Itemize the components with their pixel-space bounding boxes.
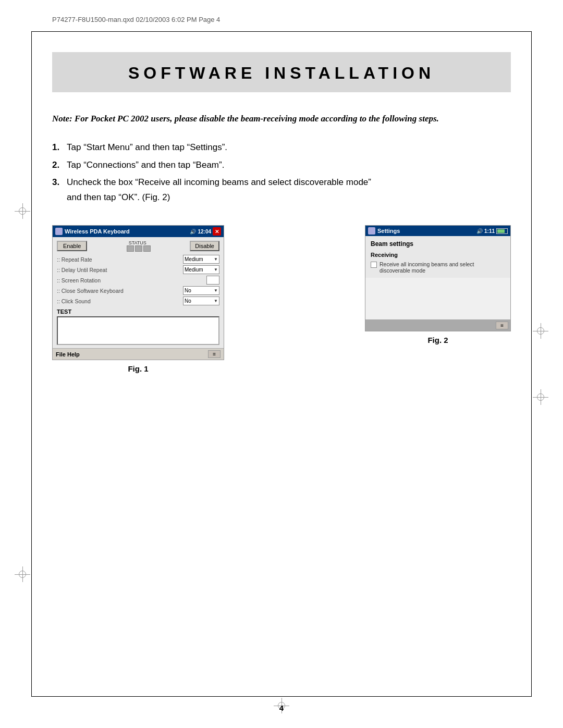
fig1-footer-menu[interactable]: File Help: [56, 351, 80, 357]
steps-list: 1. Tap “Start Menu” and then tap “Settin…: [52, 140, 511, 204]
fig1-titlebar: Wireless PDA Keyboard 🔊 12:04 ✕: [53, 226, 224, 237]
fig1-titlebar-icons: 🔊 12:04 ✕: [190, 227, 221, 236]
fig2-title-text: Settings: [377, 228, 400, 234]
fig1-row-5-label: :: Click Sound: [57, 298, 183, 304]
step-num-3: 3.: [52, 175, 59, 189]
fig1-footer: File Help ≡: [53, 348, 224, 360]
step-num-2: 2.: [52, 158, 59, 172]
fig1-title-text: Wireless PDA Keyboard: [65, 228, 130, 235]
fig1-status-icon-3: [143, 245, 151, 252]
fig1-titlebar-left: Wireless PDA Keyboard: [55, 228, 130, 235]
step-3: 3. Uncheck the box “Receive all incoming…: [52, 175, 511, 189]
registration-mark-right-bottom: [533, 389, 548, 405]
step-text-1: Tap “Start Menu” and then tap “Settings”…: [67, 142, 227, 152]
fig2-footer-btn[interactable]: ≡: [496, 322, 508, 329]
fig1-dropdown-arrow-2: ▼: [214, 267, 218, 272]
page-number: 4: [279, 704, 284, 712]
fig2-time: 1:11: [484, 228, 495, 234]
fig1-row-3-label: :: Screen Rotation: [57, 277, 206, 283]
fig1-row-3: :: Screen Rotation: [57, 276, 219, 285]
fig1-footer-right[interactable]: ≡: [208, 350, 221, 358]
main-content: SOFTWARE INSTALLATION Note: For Pocket P…: [52, 52, 511, 686]
fig1-disable-button[interactable]: Disable: [190, 241, 219, 251]
fig1-dropdown-arrow-1: ▼: [214, 257, 218, 262]
fig1-status-row: Enable STATUS Disable: [57, 240, 219, 252]
fig2-section-title: Beam settings: [371, 240, 505, 248]
fig2-caption: Fig. 2: [427, 336, 448, 344]
figure-1-wrapper: Wireless PDA Keyboard 🔊 12:04 ✕ Enable S…: [52, 225, 224, 373]
fig1-row-3-value[interactable]: [206, 276, 219, 285]
fig1-speaker-icon: 🔊: [190, 229, 196, 235]
fig1-row-4-value-text: No: [185, 288, 191, 293]
fig1-body: Enable STATUS Disable: [53, 237, 224, 348]
fig1-time: 12:04: [198, 229, 211, 235]
title-box: SOFTWARE INSTALLATION: [52, 52, 511, 92]
fig1-app-icon: [55, 228, 63, 235]
fig2-footer: ≡: [365, 319, 510, 331]
fig2-checkbox-row: Receive all incoming beams and select di…: [371, 261, 505, 274]
fig1-row-1-value-text: Medium: [185, 256, 203, 262]
fig1-row-1: :: Repeat Rate Medium ▼: [57, 255, 219, 264]
fig2-checkbox-text: Receive all incoming beams and select di…: [380, 261, 505, 274]
page-border-bottom: [31, 696, 532, 697]
registration-mark-left-top: [15, 203, 30, 219]
fig2-battery-icon: [496, 228, 508, 234]
fig1-status-icon-2: [135, 245, 142, 252]
fig1-dropdown-arrow-4: ▼: [214, 288, 218, 293]
step-1: 1. Tap “Start Menu” and then tap “Settin…: [52, 140, 511, 154]
fig1-row-2-value[interactable]: Medium ▼: [183, 265, 219, 274]
fig1-test-label: TEST: [57, 309, 219, 315]
fig2-speaker-icon: 🔊: [476, 228, 483, 234]
fig1-status-icon-1: [127, 245, 134, 252]
fig1-caption: Fig. 1: [128, 364, 148, 373]
fig1-row-2: :: Delay Until Repeat Medium ▼: [57, 265, 219, 274]
page-border-left: [31, 31, 32, 697]
fig1-row-5-value-text: No: [185, 298, 191, 304]
page-title: SOFTWARE INSTALLATION: [63, 64, 500, 83]
fig2-checkbox[interactable]: [371, 262, 377, 268]
fig1-enable-button[interactable]: Enable: [57, 241, 87, 251]
fig2-titlebar-icons: 🔊 1:11: [476, 228, 508, 234]
fig1-row-1-value[interactable]: Medium ▼: [183, 255, 219, 264]
fig2-receiving-title: Receiving: [371, 252, 505, 258]
fig1-test-box[interactable]: [57, 316, 219, 345]
fig1-row-4: :: Close Software Keyboard No ▼: [57, 286, 219, 295]
step-text-3-cont: and then tap “OK”. (Fig. 2): [67, 192, 170, 202]
fig1-row-5: :: Click Sound No ▼: [57, 297, 219, 305]
page-border-right: [531, 31, 532, 697]
header-meta: P74277-F8U1500-man.qxd 02/10/2003 6:02 P…: [52, 16, 220, 23]
fig2-body: Beam settings Receiving Receive all inco…: [365, 236, 510, 278]
fig1-close-btn[interactable]: ✕: [213, 227, 221, 236]
figure-2-wrapper: Settings 🔊 1:11 Beam settings Receiving …: [365, 225, 511, 344]
step-text-2: Tap “Connections” and then tap “Beam”.: [67, 160, 224, 170]
fig1-row-4-label: :: Close Software Keyboard: [57, 288, 183, 294]
step-text-3: Uncheck the box “Receive all incoming be…: [67, 177, 371, 187]
registration-mark-left-bottom: [15, 566, 30, 582]
fig2-app-icon: [368, 227, 375, 235]
fig1-dropdown-arrow-5: ▼: [214, 299, 218, 303]
fig2-titlebar: Settings 🔊 1:11: [365, 226, 510, 236]
figure-1: Wireless PDA Keyboard 🔊 12:04 ✕ Enable S…: [52, 225, 224, 360]
fig2-spacer: [365, 278, 510, 319]
fig1-row-5-value[interactable]: No ▼: [183, 297, 219, 305]
figure-2: Settings 🔊 1:11 Beam settings Receiving …: [365, 225, 511, 331]
page-border-top: [31, 31, 532, 32]
step-num-1: 1.: [52, 140, 59, 154]
step-3-cont: and then tap “OK”. (Fig. 2): [52, 190, 511, 204]
fig1-row-1-label: :: Repeat Rate: [57, 256, 183, 263]
note-text: Note: For Pocket PC 2002 users, please d…: [52, 112, 511, 126]
figures-container: Wireless PDA Keyboard 🔊 12:04 ✕ Enable S…: [52, 225, 511, 373]
fig1-row-2-value-text: Medium: [185, 267, 203, 273]
fig1-status-group: STATUS: [127, 240, 151, 252]
fig1-status-icons: [127, 245, 151, 252]
fig2-titlebar-left: Settings: [368, 227, 400, 235]
fig1-row-4-value[interactable]: No ▼: [183, 286, 219, 295]
fig1-status-label: STATUS: [129, 240, 146, 245]
fig1-row-2-label: :: Delay Until Repeat: [57, 267, 183, 273]
step-2: 2. Tap “Connections” and then tap “Beam”…: [52, 158, 511, 172]
registration-mark-right-top: [533, 323, 548, 339]
